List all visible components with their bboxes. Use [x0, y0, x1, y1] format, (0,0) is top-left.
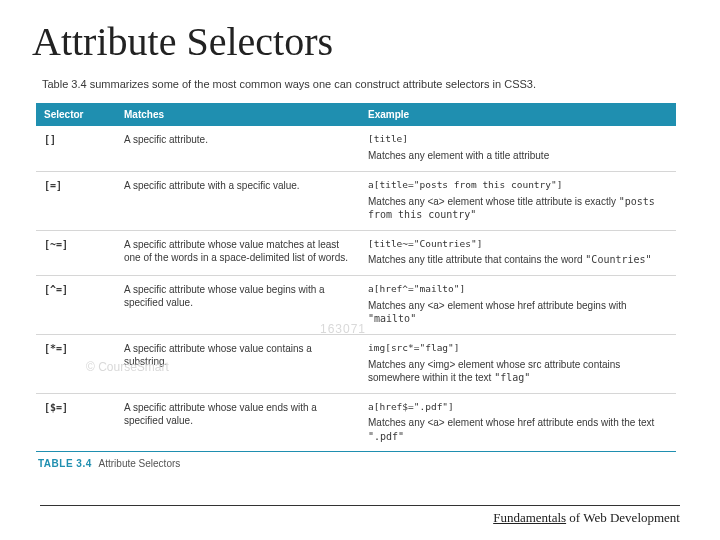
footer-fundamentals: Fundamentals [493, 510, 566, 525]
example-desc: Matches any <a> element whose title attr… [368, 195, 668, 222]
cell-matches: A specific attribute whose value contain… [116, 334, 360, 393]
col-header-selector: Selector [36, 103, 116, 127]
cell-selector: [=] [36, 171, 116, 230]
cell-selector: [$=] [36, 393, 116, 452]
table-row: [=] A specific attribute with a specific… [36, 171, 676, 230]
example-code: a[href^="mailto"] [368, 283, 668, 296]
cell-matches: A specific attribute with a specific val… [116, 171, 360, 230]
page-title: Attribute Selectors [32, 18, 688, 65]
cell-example: a[title="posts from this country"] Match… [360, 171, 676, 230]
col-header-example: Example [360, 103, 676, 127]
selectors-table: Selector Matches Example [] A specific a… [36, 103, 676, 452]
example-code: a[title="posts from this country"] [368, 179, 668, 192]
example-desc: Matches any title attribute that contain… [368, 253, 668, 267]
example-code: a[href$=".pdf"] [368, 401, 668, 414]
footer-rest: of Web Development [566, 510, 680, 525]
example-desc: Matches any element with a title attribu… [368, 149, 668, 163]
example-desc: Matches any <a> element whose href attri… [368, 299, 668, 326]
table-caption: TABLE 3.4 Attribute Selectors [38, 458, 688, 469]
cell-matches: A specific attribute. [116, 126, 360, 171]
cell-selector: [^=] [36, 275, 116, 334]
cell-selector: [] [36, 126, 116, 171]
slide-footer: Fundamentals of Web Development [40, 505, 680, 526]
table-row: [^=] A specific attribute whose value be… [36, 275, 676, 334]
caption-number: TABLE 3.4 [38, 458, 92, 469]
footer-divider [40, 505, 680, 506]
cell-example: a[href$=".pdf"] Matches any <a> element … [360, 393, 676, 452]
cell-matches: A specific attribute whose value matches… [116, 230, 360, 275]
cell-example: [title] Matches any element with a title… [360, 126, 676, 171]
cell-matches: A specific attribute whose value begins … [116, 275, 360, 334]
example-desc: Matches any <a> element whose href attri… [368, 416, 668, 443]
cell-matches: A specific attribute whose value ends wi… [116, 393, 360, 452]
caption-text: Attribute Selectors [99, 458, 181, 469]
cell-selector: [~=] [36, 230, 116, 275]
table-row: [*=] A specific attribute whose value co… [36, 334, 676, 393]
cell-selector: [*=] [36, 334, 116, 393]
table-row: [~=] A specific attribute whose value ma… [36, 230, 676, 275]
table-header-row: Selector Matches Example [36, 103, 676, 127]
intro-paragraph: Table 3.4 summarizes some of the most co… [42, 77, 562, 93]
table-row: [$=] A specific attribute whose value en… [36, 393, 676, 452]
example-code: [title~="Countries"] [368, 238, 668, 251]
example-desc: Matches any <img> element whose src attr… [368, 358, 668, 385]
footer-text: Fundamentals of Web Development [40, 510, 680, 526]
table-row: [] A specific attribute. [title] Matches… [36, 126, 676, 171]
col-header-matches: Matches [116, 103, 360, 127]
example-code: img[src*="flag"] [368, 342, 668, 355]
cell-example: img[src*="flag"] Matches any <img> eleme… [360, 334, 676, 393]
cell-example: [title~="Countries"] Matches any title a… [360, 230, 676, 275]
cell-example: a[href^="mailto"] Matches any <a> elemen… [360, 275, 676, 334]
slide: Attribute Selectors Table 3.4 summarizes… [0, 0, 720, 540]
example-code: [title] [368, 133, 668, 146]
